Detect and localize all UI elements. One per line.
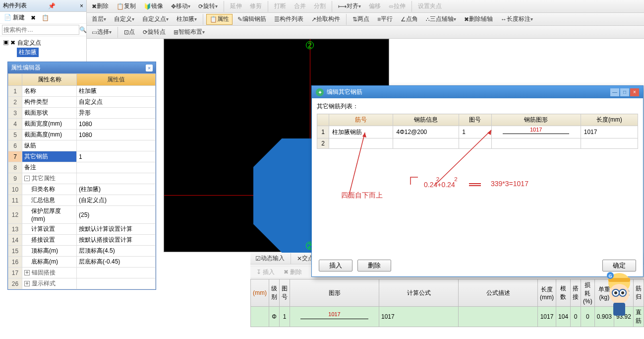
dyninput-toggle[interactable]: ☑ 动态输入 <box>252 253 288 264</box>
prop-row[interactable]: 8备注 <box>8 162 156 173</box>
new-button[interactable]: 📄 新建 <box>2 13 27 22</box>
edit-other-rebar-dialog: ✦ 编辑其它钢筋 — □ × 其它钢筋列表： 筋号 钢筋信息 图号 钢筋图形 长… <box>311 85 644 277</box>
property-editor-header[interactable]: 属性编辑器 × <box>8 62 156 73</box>
shape-cell: 1017 <box>292 313 377 321</box>
setgrip-button[interactable]: 设置夹点 <box>415 1 445 12</box>
tree-root[interactable]: ▣ ✖ 自定义点 <box>3 38 83 48</box>
search-input[interactable] <box>2 25 79 35</box>
component-list-panel: 构件列表 📌 × 📄 新建 ✖ 📋 🔍 ▣ ✖ 自定义点 柱加腋 <box>0 0 87 62</box>
col-dajie: 搭接 <box>571 279 581 307</box>
attr-button[interactable]: 📋 属性 <box>206 14 233 25</box>
delete-button[interactable]: ✖ 删除 <box>89 1 112 12</box>
prop-row[interactable]: 7其它钢筋1 <box>8 151 156 162</box>
ptangle-button[interactable]: ∠ 点角 <box>398 14 421 25</box>
prop-row[interactable]: 15顶标高(m)层顶标高(4.5) <box>8 246 156 257</box>
col-shape: 钢筋图形 <box>491 114 581 126</box>
dialog-icon: ✦ <box>316 88 324 96</box>
close-icon[interactable]: × <box>630 88 639 96</box>
prop-row[interactable]: 4截面宽度(mm)1080 <box>8 119 156 130</box>
copy-button[interactable]: 📋 复制 <box>114 1 139 12</box>
component-list-header: 构件列表 📌 × <box>0 0 86 12</box>
parallel-button[interactable]: ≡ 平行 <box>374 14 396 25</box>
zhujia-select[interactable]: 柱加腋 <box>174 14 200 25</box>
insert-button[interactable]: 插入 <box>319 260 352 271</box>
col-desc: 公式描述 <box>459 279 538 307</box>
close-icon[interactable]: × <box>80 2 83 9</box>
col-propname: 属性名称 <box>22 74 77 86</box>
delaux-button[interactable]: ✖ 删除辅轴 <box>461 14 496 25</box>
tree-child-zhujia[interactable]: 柱加腋 <box>17 48 39 57</box>
main-toolbar-2: 首层 自定义 自定义点 柱加腋 📋 属性 ✎ 编辑钢筋 ☰ 构件列表 ↗ 拾取构… <box>87 13 644 26</box>
component-panel-toolbar: 📄 新建 ✖ 📋 <box>0 12 86 24</box>
rebar-table: 筋号 钢筋信息 图号 钢筋图形 长度(mm) 1 柱加腋钢筋 4Φ12@200 … <box>317 114 638 149</box>
extend-button[interactable]: 延伸 <box>227 1 245 12</box>
insert-button[interactable]: ↧ 插入 <box>253 267 278 277</box>
prop-row[interactable]: 17+锚固搭接 <box>8 268 156 278</box>
merge-button[interactable]: 合并 <box>291 1 309 12</box>
rebar-row-1[interactable]: 1 柱加腋钢筋 4Φ12@200 1 1017 1017 <box>317 126 638 138</box>
col-tuhao: 图号 <box>459 114 492 126</box>
split-button[interactable]: 分割 <box>311 1 329 12</box>
delete-row-button[interactable]: ✖ 删除 <box>281 267 305 277</box>
prop-row[interactable]: 12保护层厚度(mm)(25) <box>8 206 156 224</box>
copy-icon[interactable]: 📋 <box>40 14 51 21</box>
align-button[interactable]: ⟼ 对齐 <box>335 1 364 12</box>
svg-point-12 <box>621 291 624 294</box>
complist-button[interactable]: ☰ 构件列表 <box>271 14 306 25</box>
move-button[interactable]: ✥ 移动 <box>168 1 193 12</box>
prop-row[interactable]: 2构件类型自定义点 <box>8 97 156 108</box>
editrebar-button[interactable]: ✎ 编辑钢筋 <box>234 14 269 25</box>
prop-row[interactable]: 5截面高度(mm)1080 <box>8 130 156 140</box>
mascot[interactable]: G <box>599 268 639 319</box>
result-row[interactable]: Φ 1 1017 1017 1017 104 0 0 0.903 93.92 直… <box>251 307 644 327</box>
rebar-row-2[interactable]: 2 <box>317 138 638 149</box>
col-jibie: 级别 <box>269 279 279 307</box>
floor-select[interactable]: 首层 <box>89 14 109 25</box>
dialog-titlebar[interactable]: ✦ 编辑其它钢筋 — □ × <box>312 86 643 98</box>
component-tree: ▣ ✖ 自定义点 柱加腋 <box>0 36 86 59</box>
custompt-select[interactable]: 自定义点 <box>139 14 172 25</box>
col-loss: 损耗(%) <box>581 279 595 307</box>
break-button[interactable]: 打断 <box>271 1 289 12</box>
dialog-body: 其它钢筋列表： 筋号 钢筋信息 图号 钢筋图形 长度(mm) 1 柱加腋钢筋 4… <box>312 98 643 153</box>
prop-row[interactable]: 6纵筋 <box>8 140 156 151</box>
prop-row[interactable]: 14搭接设置按默认搭接设置计算 <box>8 235 156 246</box>
lendim-button[interactable]: ↔ 长度标注 <box>498 14 536 25</box>
offset-button[interactable]: 偏移 <box>366 1 384 12</box>
prop-row[interactable]: 10归类名称(柱加腋) <box>8 184 156 195</box>
prop-row[interactable]: 16底标高(m)层底标高(-0.45) <box>8 257 156 268</box>
delete-button[interactable]: 删除 <box>357 260 391 271</box>
svg-rect-13 <box>613 303 625 316</box>
delete-icon[interactable]: ✖ <box>29 14 38 21</box>
select-button[interactable]: ▭ 选择 <box>89 27 115 38</box>
col-num: 筋号 <box>329 114 393 126</box>
smartlayout-button[interactable]: ⊞ 智能布置 <box>171 27 208 38</box>
pickcomp-button[interactable]: ↗ 拾取构件 <box>308 14 343 25</box>
svg-text:G: G <box>608 273 612 278</box>
twopoint-button[interactable]: ⇅ 两点 <box>350 14 372 25</box>
trim-button[interactable]: 修剪 <box>247 1 265 12</box>
custom-select[interactable]: 自定义 <box>111 14 137 25</box>
property-editor-title: 属性编辑器 <box>11 64 41 72</box>
main-toolbar-1: ✖ 删除 📋 复制 🔰 镜像 ✥ 移动 ⟳ 旋转 延伸 修剪 打断 合并 分割 … <box>87 0 644 13</box>
prop-row[interactable]: 3截面形状异形 <box>8 108 156 119</box>
stretch-button[interactable]: ⬄ 拉伸 <box>386 1 409 12</box>
close-icon[interactable]: × <box>146 65 153 71</box>
search-icon[interactable]: 🔍 <box>79 26 87 33</box>
point-button[interactable]: ⊡ 点 <box>121 27 138 38</box>
pin-icon[interactable]: 📌 <box>48 2 56 9</box>
threept-button[interactable]: ∴ 三点辅轴 <box>423 14 459 25</box>
maximize-icon[interactable]: □ <box>620 88 629 96</box>
rotpt-button[interactable]: ⟳ 旋转点 <box>140 27 169 38</box>
prop-row[interactable]: 9-其它属性 <box>8 173 156 184</box>
prop-row[interactable]: 1名称柱加腋 <box>8 86 156 97</box>
result-header-row: (mm) 级别 图号 图形 计算公式 公式描述 长度(mm) 根数 搭接 损耗(… <box>251 279 644 307</box>
result-table-wrap: (mm) 级别 图号 图形 计算公式 公式描述 长度(mm) 根数 搭接 损耗(… <box>250 279 644 327</box>
mirror-button[interactable]: 🔰 镜像 <box>141 1 166 12</box>
minimize-icon[interactable]: — <box>610 88 619 96</box>
col-len: 长度(mm) <box>581 114 638 126</box>
prop-row[interactable]: 13计算设置按默认计算设置计算 <box>8 224 156 235</box>
prop-row[interactable]: 11汇总信息(自定义点) <box>8 195 156 206</box>
rotate-button[interactable]: ⟳ 旋转 <box>195 1 221 12</box>
prop-row[interactable]: 26+显示样式 <box>8 278 156 289</box>
